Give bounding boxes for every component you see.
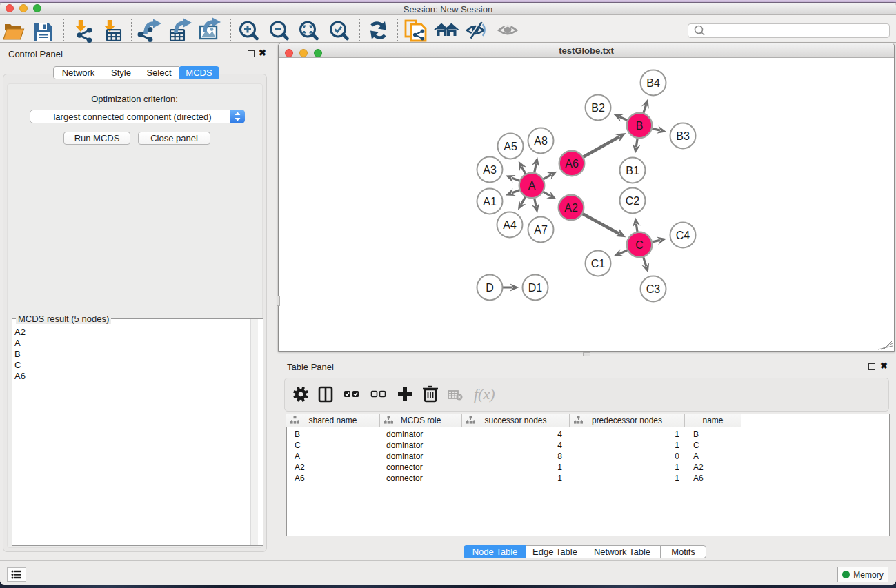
svg-text:C1: C1 <box>591 258 606 270</box>
svg-text:C4: C4 <box>676 230 690 241</box>
svg-text:A5: A5 <box>504 141 517 152</box>
svg-text:C: C <box>635 239 644 251</box>
svg-text:C3: C3 <box>646 283 661 295</box>
svg-text:A4: A4 <box>503 219 517 231</box>
svg-text:B1: B1 <box>626 165 639 176</box>
svg-text:D1: D1 <box>528 282 543 294</box>
svg-text:f(x): f(x) <box>474 385 495 403</box>
svg-text:A2: A2 <box>564 202 578 214</box>
svg-text:A1: A1 <box>483 196 497 207</box>
svg-text:A8: A8 <box>534 135 548 147</box>
svg-text:B3: B3 <box>676 130 690 142</box>
svg-text:D: D <box>486 282 494 294</box>
svg-text:B: B <box>636 120 644 132</box>
svg-text:A6: A6 <box>565 158 579 170</box>
svg-text:C2: C2 <box>626 195 640 207</box>
svg-text:A7: A7 <box>534 224 548 236</box>
svg-text:A3: A3 <box>483 164 497 176</box>
svg-text:A: A <box>528 180 536 192</box>
svg-text:B2: B2 <box>591 102 605 114</box>
svg-text:B4: B4 <box>646 77 660 89</box>
